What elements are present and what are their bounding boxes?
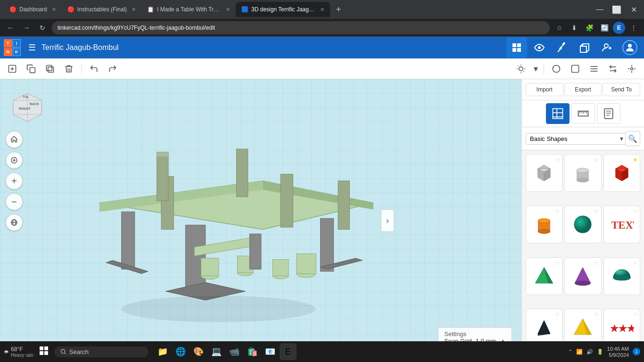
shape-prism-blue[interactable]: ☆ — [526, 309, 562, 346]
taskbar-app-edge[interactable]: 🌐 — [172, 343, 189, 360]
taskbar-search[interactable]: Search — [54, 346, 149, 357]
star-cone-purple[interactable]: ☆ — [594, 260, 599, 266]
shape-stars[interactable]: ☆ ★★★ — [603, 309, 640, 346]
import-button[interactable]: Import — [526, 83, 563, 96]
profile-button[interactable] — [619, 37, 640, 58]
add-user-button[interactable] — [597, 37, 618, 58]
toolbar-separator-1 — [81, 63, 82, 74]
shape-cylinder-orange[interactable]: ☆ — [526, 206, 562, 243]
star-halfball-teal[interactable]: ☆ — [633, 260, 638, 266]
tab-close-3[interactable]: ✕ — [226, 7, 230, 13]
minimize-button[interactable]: — — [593, 3, 606, 16]
align-button[interactable] — [586, 60, 603, 77]
tab-close-1[interactable]: ✕ — [52, 7, 56, 13]
square-select-button[interactable] — [567, 60, 584, 77]
undo-button[interactable] — [85, 60, 102, 77]
maximize-button[interactable]: ⬜ — [610, 3, 623, 16]
volume-icon[interactable]: 🔊 — [586, 349, 593, 355]
taskbar-app-terminal[interactable]: 💻 — [208, 343, 225, 360]
settings-label[interactable]: Settings — [444, 330, 506, 337]
battery-icon[interactable]: 🔋 — [597, 349, 603, 355]
tools-button[interactable] — [552, 37, 572, 58]
notification-badge[interactable]: 1 — [633, 348, 640, 355]
star-box-red[interactable]: ★ — [633, 156, 638, 163]
shape-box-red[interactable]: ★ — [603, 154, 640, 192]
clock[interactable]: 10:46 AM 5/9/2024 — [607, 346, 629, 358]
tab-table[interactable]: 📋 I Made a Table With Trash Cans... ✕ — [141, 2, 236, 17]
scroll-arrow-button[interactable]: › — [381, 209, 394, 232]
shape-sphere-teal[interactable]: ☆ — [564, 206, 601, 243]
star-cylinder-orange[interactable]: ☆ — [555, 208, 560, 214]
shape-box-gray[interactable]: ☆ — [526, 154, 562, 192]
grid-panel-button[interactable] — [546, 103, 570, 124]
shape-halfball-teal[interactable]: ☆ — [603, 257, 640, 295]
shape-cylinder-gray[interactable]: ☆ — [564, 154, 601, 192]
tab-dashboard[interactable]: 🔴 Dashboard ✕ — [4, 2, 62, 17]
shape-pyramid-green[interactable]: ☆ — [526, 257, 562, 295]
flip-button[interactable] — [604, 60, 621, 77]
close-button[interactable]: ✕ — [627, 3, 640, 16]
copy-paste-button[interactable] — [23, 60, 40, 77]
ruler-panel-button[interactable] — [571, 103, 595, 124]
shape-cone-purple[interactable]: ☆ — [564, 257, 601, 295]
star-box-gray[interactable]: ☆ — [555, 156, 560, 163]
taskbar-app-meet[interactable]: 📹 — [226, 343, 243, 360]
hamburger-menu[interactable]: ☰ — [26, 41, 38, 55]
menu-icon[interactable]: ⋮ — [627, 21, 640, 34]
snap-button[interactable] — [623, 60, 640, 77]
star-text-red[interactable]: ☆ — [633, 208, 638, 214]
shape-pyramid-yellow[interactable]: ☆ — [564, 309, 601, 346]
reload-button[interactable]: ↻ — [36, 21, 49, 34]
start-button[interactable] — [39, 346, 49, 358]
nav-cube[interactable]: RIGHT BACK TOL — [8, 89, 46, 126]
new-tab-button[interactable]: + — [332, 3, 345, 16]
chevron-up-icon[interactable]: ⌃ — [568, 349, 572, 355]
back-button[interactable]: ← — [4, 21, 17, 34]
tab-tinkercad[interactable]: 🟦 3D design Terrific Jaagub-Bom... ✕ — [236, 2, 330, 17]
bookmark-icon[interactable]: ☆ — [553, 21, 566, 34]
sync-icon[interactable]: 🔄 — [598, 21, 611, 34]
wifi-icon[interactable]: 📶 — [576, 349, 583, 355]
light-dropdown-button[interactable]: ▾ — [531, 60, 540, 77]
star-pyramid-green[interactable]: ☆ — [555, 260, 560, 266]
taskbar-app-paint[interactable]: 🎨 — [190, 343, 207, 360]
circle-select-button[interactable] — [548, 60, 565, 77]
shape-text-red[interactable]: ☆ TEXT — [603, 206, 640, 243]
star-stars[interactable]: ☆ — [633, 311, 638, 318]
perspective-button[interactable] — [6, 214, 23, 231]
home-button[interactable] — [6, 131, 23, 148]
star-pyramid-yellow[interactable]: ☆ — [594, 311, 599, 318]
duplicate-button[interactable] — [41, 60, 58, 77]
address-input[interactable] — [52, 21, 550, 34]
taskbar-app-mail[interactable]: 📧 — [262, 343, 279, 360]
tab-close-4[interactable]: ✕ — [320, 7, 324, 13]
zoom-out-button[interactable]: − — [6, 193, 23, 210]
taskbar-app-chrome[interactable]: E — [280, 343, 297, 360]
notes-panel-button[interactable] — [597, 103, 620, 124]
shapes-search-button[interactable]: 🔍 — [625, 131, 640, 146]
canvas-area[interactable]: RIGHT BACK TOL + − — [0, 79, 521, 362]
star-prism-blue[interactable]: ☆ — [555, 311, 560, 318]
shapes-select[interactable]: Basic Shapes Letters Numbers Connectors — [526, 133, 629, 145]
downloads-icon[interactable]: ⬇ — [568, 21, 581, 34]
shapes-button[interactable] — [574, 37, 595, 58]
tab-close-2[interactable]: ✕ — [132, 7, 136, 13]
extensions-icon[interactable]: 🧩 — [583, 21, 596, 34]
view-button[interactable] — [529, 37, 550, 58]
send-to-button[interactable]: Send To — [603, 83, 640, 96]
light-button[interactable] — [512, 60, 529, 77]
fit-view-button[interactable] — [6, 152, 23, 169]
taskbar-app-files[interactable]: 📁 — [154, 343, 171, 360]
grid-view-button[interactable] — [506, 37, 527, 58]
new-button[interactable] — [4, 60, 21, 77]
tab-instructables[interactable]: 🔴 Instructables (Final) ✕ — [62, 2, 141, 17]
zoom-in-button[interactable]: + — [6, 173, 23, 189]
profile-avatar[interactable]: E — [613, 22, 625, 34]
forward-button[interactable]: → — [20, 21, 33, 34]
taskbar-app-store[interactable]: 🛍️ — [244, 343, 261, 360]
export-button[interactable]: Export — [564, 83, 602, 96]
redo-button[interactable] — [104, 60, 121, 77]
star-sphere-teal[interactable]: ☆ — [594, 208, 599, 214]
delete-button[interactable] — [60, 60, 77, 77]
star-cylinder-gray[interactable]: ☆ — [594, 156, 599, 163]
